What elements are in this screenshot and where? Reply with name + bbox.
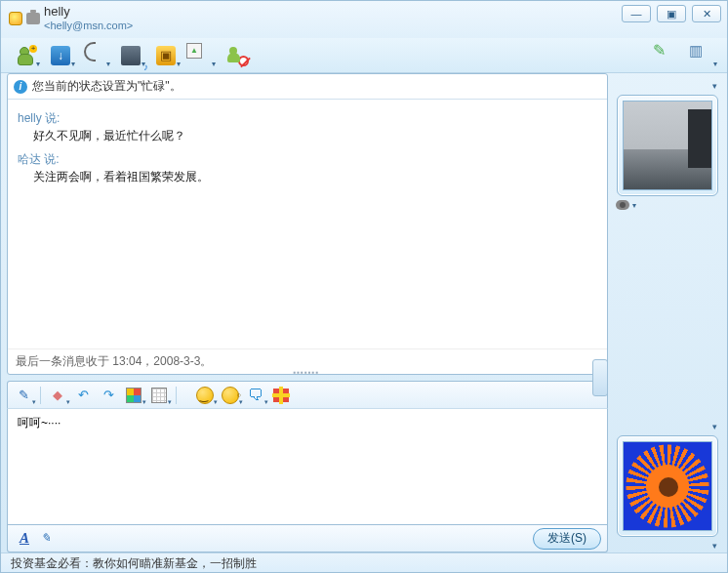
- message-body: 好久不见啊，最近忙什么呢？: [18, 127, 597, 144]
- contact-name: helly: [44, 5, 133, 19]
- title-bar: helly <helly@msn.com> — ▣ ✕: [1, 1, 727, 38]
- status-text: 您当前的状态设置为"忙碌"。: [32, 78, 182, 95]
- webcam-icon[interactable]: [616, 200, 629, 210]
- last-received-text: 最后一条消息收于 13:04，2008-3-3。: [16, 354, 212, 368]
- close-button[interactable]: ✕: [692, 5, 721, 22]
- message-sender: 哈达 说:: [18, 150, 597, 168]
- emoticon-button[interactable]: [193, 385, 217, 406]
- voice-clip-button[interactable]: 🗨: [244, 385, 267, 406]
- last-message-info: 最后一条消息收于 13:04，2008-3-3。 ▪▪▪▪▪▪▪: [8, 348, 607, 374]
- main-toolbar: +: [1, 38, 727, 73]
- collapse-arrow-icon[interactable]: ▾: [712, 541, 717, 551]
- message-body: 关注两会啊，看着祖国繁荣发展。: [18, 168, 597, 185]
- expand-pane-button[interactable]: [686, 41, 719, 70]
- message-sender: helly 说:: [18, 109, 597, 127]
- status-line: i 您当前的状态设置为"忙碌"。: [8, 74, 607, 100]
- compose-input[interactable]: 呵呵~····: [7, 408, 608, 525]
- scrollbar-thumb[interactable]: [592, 359, 608, 396]
- messages-list[interactable]: helly 说: 好久不见啊，最近忙什么呢？ 哈达 说: 关注两会啊，看着祖国繁…: [8, 100, 607, 348]
- activities-button[interactable]: [184, 41, 218, 70]
- status-busy-icon: [9, 12, 22, 25]
- handwrite-button[interactable]: ✎: [35, 529, 57, 549]
- color-scheme-button[interactable]: [651, 41, 684, 70]
- splitter-grip-icon[interactable]: ▪▪▪▪▪▪▪: [293, 368, 319, 377]
- info-icon: i: [14, 80, 27, 94]
- undo-button[interactable]: ↶: [71, 385, 95, 406]
- minimize-button[interactable]: —: [622, 5, 651, 22]
- color-picker-button[interactable]: [122, 385, 145, 406]
- ad-text: 投资基金必看：教你如何瞄准新基金，一招制胜: [11, 556, 257, 570]
- maximize-button[interactable]: ▣: [657, 5, 686, 22]
- contact-avatar-frame[interactable]: [617, 95, 718, 196]
- webcam-dropdown[interactable]: ▾: [632, 201, 636, 210]
- invite-button[interactable]: +: [9, 41, 42, 70]
- compose-text: 呵呵~····: [18, 416, 61, 430]
- collapse-arrow-icon[interactable]: ▾: [712, 422, 717, 431]
- conversation-area: i 您当前的状态设置为"忙碌"。 helly 说: 好久不见啊，最近忙什么呢？ …: [7, 73, 608, 375]
- self-avatar: [623, 441, 712, 531]
- format-toolbar: ✎ ◆ ↶ ↷ 🗨: [7, 381, 608, 408]
- pen-button[interactable]: ✎: [12, 385, 35, 406]
- ad-bar[interactable]: 投资基金必看：教你如何瞄准新基金，一招制胜: [1, 553, 727, 572]
- call-button[interactable]: [79, 41, 112, 70]
- gift-button[interactable]: [269, 385, 293, 406]
- redo-button[interactable]: ↷: [97, 385, 120, 406]
- font-button[interactable]: A: [14, 529, 35, 549]
- video-button[interactable]: [114, 41, 147, 70]
- camera-icon: [26, 13, 40, 24]
- contact-email: <helly@msn.com>: [44, 19, 133, 32]
- background-button[interactable]: [147, 385, 171, 406]
- send-button[interactable]: 发送(S): [533, 528, 601, 550]
- eraser-button[interactable]: ◆: [46, 385, 69, 406]
- games-button[interactable]: [149, 41, 182, 70]
- send-files-button[interactable]: [44, 41, 77, 70]
- block-button[interactable]: [220, 41, 253, 70]
- self-avatar-frame[interactable]: [617, 435, 718, 537]
- contact-avatar: [623, 101, 712, 190]
- compose-bottom-bar: A ✎ 发送(S): [7, 525, 608, 553]
- collapse-arrow-icon[interactable]: ▾: [712, 81, 717, 91]
- wink-button[interactable]: [219, 385, 242, 406]
